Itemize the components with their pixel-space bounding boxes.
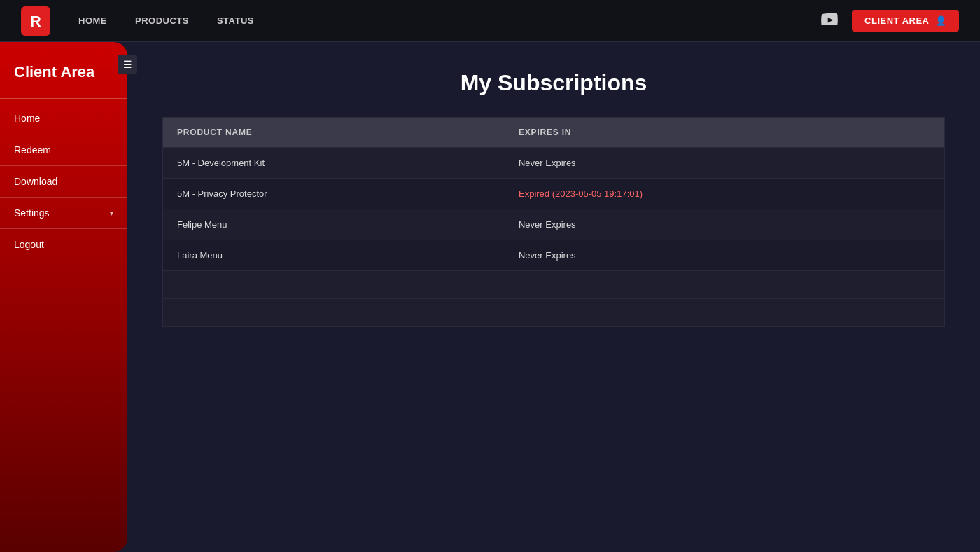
sidebar: ☰ Client Area Home Redeem Download Setti… <box>0 42 127 552</box>
navbar: R HOME PRODUCTS STATUS CLIENT AREA 👤 <box>0 0 980 42</box>
navbar-links: HOME PRODUCTS STATUS <box>78 15 821 26</box>
sidebar-settings-label: Settings <box>14 207 50 219</box>
cell-product-name: 5M - Privacy Protector <box>163 179 505 209</box>
sidebar-title: Client Area <box>0 56 127 98</box>
page-title: My Subscriptions <box>162 70 945 96</box>
sidebar-item-home[interactable]: Home <box>0 104 127 132</box>
table-row: Laira MenuNever Expires <box>163 240 945 271</box>
main-content: My Subscriptions PRODUCT NAME EXPIRES IN… <box>127 42 980 552</box>
cell-expires-in: Never Expires <box>505 148 945 179</box>
sidebar-redeem-label: Redeem <box>14 144 51 156</box>
subscriptions-table: PRODUCT NAME EXPIRES IN 5M - Development… <box>162 117 945 327</box>
sidebar-divider-2 <box>0 165 127 166</box>
logo[interactable]: R <box>21 6 50 36</box>
nav-home[interactable]: HOME <box>78 15 107 26</box>
cell-expires-in: Expired (2023-05-05 19:17:01) <box>505 179 945 209</box>
table-row: Felipe MenuNever Expires <box>163 209 945 240</box>
sidebar-item-settings[interactable]: Settings ▾ <box>0 199 127 227</box>
header-row: PRODUCT NAME EXPIRES IN <box>163 118 945 148</box>
sidebar-toggle-button[interactable]: ☰ <box>118 55 137 74</box>
sidebar-item-redeem[interactable]: Redeem <box>0 136 127 164</box>
table-row: 5M - Development KitNever Expires <box>163 148 945 179</box>
sidebar-home-label: Home <box>14 113 40 124</box>
client-area-label: CLIENT AREA <box>864 15 929 26</box>
cell-product-name: 5M - Development Kit <box>163 148 505 179</box>
nav-status[interactable]: STATUS <box>217 15 254 26</box>
table-body: 5M - Development KitNever Expires5M - Pr… <box>163 148 945 327</box>
sidebar-top-divider <box>0 98 127 99</box>
user-icon: 👤 <box>935 15 947 26</box>
client-area-button[interactable]: CLIENT AREA 👤 <box>852 10 959 32</box>
cell-product-name: Laira Menu <box>163 240 505 271</box>
chevron-down-icon: ▾ <box>110 209 113 217</box>
empty-row <box>163 271 945 299</box>
nav-products[interactable]: PRODUCTS <box>135 15 189 26</box>
sidebar-item-logout[interactable]: Logout <box>0 230 127 258</box>
youtube-icon[interactable] <box>821 13 838 29</box>
main-layout: ☰ Client Area Home Redeem Download Setti… <box>0 42 980 552</box>
cell-expires-in: Never Expires <box>505 209 945 240</box>
sidebar-divider-1 <box>0 134 127 134</box>
sidebar-download-label: Download <box>14 176 57 187</box>
col-product-name: PRODUCT NAME <box>163 118 505 148</box>
empty-row <box>163 299 945 327</box>
sidebar-logout-label: Logout <box>14 239 44 250</box>
sidebar-divider-4 <box>0 228 127 229</box>
sidebar-item-download[interactable]: Download <box>0 167 127 195</box>
hamburger-icon: ☰ <box>123 59 132 70</box>
table-header: PRODUCT NAME EXPIRES IN <box>163 118 945 148</box>
svg-text:R: R <box>30 12 41 29</box>
col-expires-in: EXPIRES IN <box>505 118 945 148</box>
cell-expires-in: Never Expires <box>505 240 945 271</box>
table-row: 5M - Privacy ProtectorExpired (2023-05-0… <box>163 179 945 209</box>
cell-product-name: Felipe Menu <box>163 209 505 240</box>
navbar-right: CLIENT AREA 👤 <box>821 10 959 32</box>
sidebar-divider-3 <box>0 197 127 198</box>
